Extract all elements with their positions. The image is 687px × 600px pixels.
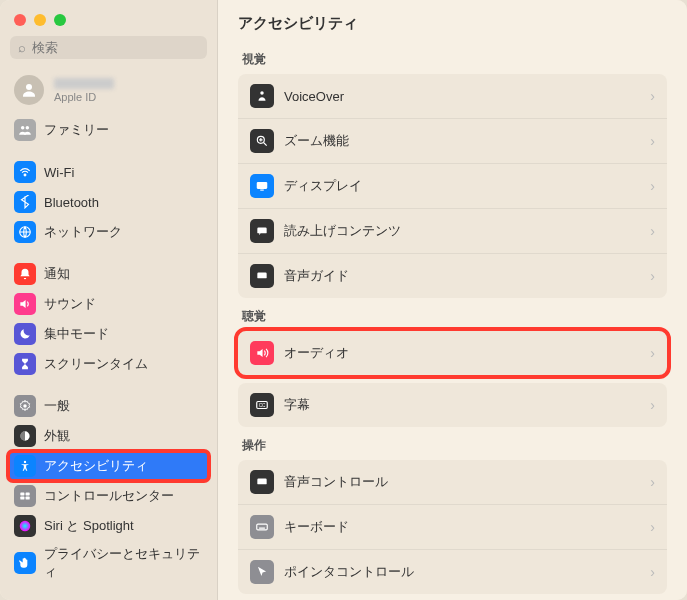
vo-icon [250, 84, 274, 108]
close-button[interactable] [14, 14, 26, 26]
svg-point-7 [24, 461, 26, 463]
account-sub: Apple ID [54, 91, 114, 103]
row-label: ズーム機能 [284, 132, 650, 150]
chevron-right-icon: › [650, 519, 655, 535]
section-label: 聴覚 [242, 308, 663, 325]
search-input[interactable] [32, 40, 199, 55]
settings-row-guide[interactable]: 音声ガイド› [238, 254, 667, 298]
sidebar-item-speaker[interactable]: サウンド [8, 289, 209, 319]
chevron-right-icon: › [650, 397, 655, 413]
svg-point-23 [259, 275, 261, 277]
row-label: 音声ガイド [284, 267, 650, 285]
chevron-right-icon: › [650, 223, 655, 239]
display-icon [250, 174, 274, 198]
sidebar-item-family[interactable]: ファミリー [8, 115, 209, 145]
svg-rect-22 [257, 273, 266, 279]
row-label: ポインタコントロール [284, 563, 650, 581]
maximize-button[interactable] [54, 14, 66, 26]
cc2-icon: CC [250, 393, 274, 417]
wifi-icon [14, 161, 36, 183]
chevron-right-icon: › [650, 474, 655, 490]
speech-icon [250, 219, 274, 243]
bt-icon [14, 191, 36, 213]
svg-rect-11 [26, 497, 30, 500]
settings-window: ⌕ Apple ID ファミリーWi-FiBluetoothネットワーク通知サウ… [0, 0, 687, 600]
sidebar-item-cc[interactable]: コントロールセンター [8, 481, 209, 511]
row-label: オーディオ [284, 344, 650, 362]
cc-icon [14, 485, 36, 507]
row-label: VoiceOver [284, 89, 650, 104]
account-row[interactable]: Apple ID [0, 69, 217, 115]
settings-row-audio[interactable]: オーディオ› [238, 331, 667, 375]
svg-point-17 [260, 91, 264, 95]
svg-rect-21 [257, 228, 266, 234]
search-icon: ⌕ [18, 40, 26, 55]
sidebar-item-hourglass[interactable]: スクリーンタイム [8, 349, 209, 379]
appearance-icon [14, 425, 36, 447]
sidebar-item-label: ネットワーク [44, 223, 122, 241]
settings-row-cc2[interactable]: CC字幕› [238, 383, 667, 427]
sidebar-item-hand[interactable]: プライバシーとセキュリティ [8, 541, 209, 585]
siri-icon [14, 515, 36, 537]
row-label: キーボード [284, 518, 650, 536]
section-label: 視覚 [242, 51, 663, 68]
settings-row-zoom[interactable]: ズーム機能› [238, 119, 667, 164]
sidebar-item-bt[interactable]: Bluetooth [8, 187, 209, 217]
sidebar-item-globe[interactable]: ネットワーク [8, 217, 209, 247]
hand-icon [14, 552, 36, 574]
access-icon [14, 455, 36, 477]
guide-icon [250, 264, 274, 288]
settings-row-display[interactable]: ディスプレイ› [238, 164, 667, 209]
window-controls [0, 0, 217, 36]
svg-rect-19 [257, 182, 268, 189]
page-title: アクセシビリティ [238, 14, 667, 33]
minimize-button[interactable] [34, 14, 46, 26]
sidebar-item-bell[interactable]: 通知 [8, 259, 209, 289]
gear-icon [14, 395, 36, 417]
row-label: 字幕 [284, 396, 650, 414]
settings-row-speech[interactable]: 読み上げコンテンツ› [238, 209, 667, 254]
sidebar-item-moon[interactable]: 集中モード [8, 319, 209, 349]
account-text: Apple ID [54, 78, 114, 103]
chevron-right-icon: › [650, 178, 655, 194]
row-label: 読み上げコンテンツ [284, 222, 650, 240]
chevron-right-icon: › [650, 345, 655, 361]
row-label: ディスプレイ [284, 177, 650, 195]
svg-point-3 [24, 174, 26, 176]
settings-row-pointer[interactable]: ポインタコントロール› [238, 550, 667, 594]
section-label: 操作 [242, 437, 663, 454]
svg-rect-20 [260, 190, 264, 191]
account-name [54, 78, 114, 89]
sidebar: ⌕ Apple ID ファミリーWi-FiBluetoothネットワーク通知サウ… [0, 0, 218, 600]
sidebar-item-access[interactable]: アクセシビリティ [8, 451, 209, 481]
settings-row-kbd[interactable]: キーボード› [238, 505, 667, 550]
sidebar-item-label: Wi-Fi [44, 165, 74, 180]
svg-point-0 [26, 84, 32, 90]
row-label: 音声コントロール [284, 473, 650, 491]
search-field[interactable]: ⌕ [10, 36, 207, 59]
sidebar-item-wifi[interactable]: Wi-Fi [8, 157, 209, 187]
moon-icon [14, 323, 36, 345]
bell-icon [14, 263, 36, 285]
sidebar-item-siri[interactable]: Siri と Spotlight [8, 511, 209, 541]
svg-text:CC: CC [259, 403, 266, 408]
sidebar-item-label: スクリーンタイム [44, 355, 148, 373]
family-icon [14, 119, 36, 141]
sidebar-item-label: Siri と Spotlight [44, 517, 134, 535]
sidebar-item-gear[interactable]: 一般 [8, 391, 209, 421]
svg-point-24 [263, 275, 265, 277]
settings-row-voice[interactable]: 音声コントロール› [238, 460, 667, 505]
svg-point-1 [21, 126, 25, 130]
sidebar-item-appearance[interactable]: 外観 [8, 421, 209, 451]
svg-point-12 [20, 521, 31, 532]
sidebar-item-label: 集中モード [44, 325, 109, 343]
sidebar-item-label: 一般 [44, 397, 70, 415]
voice-icon [250, 470, 274, 494]
kbd-icon [250, 515, 274, 539]
svg-rect-8 [20, 493, 24, 496]
avatar [14, 75, 44, 105]
chevron-right-icon: › [650, 268, 655, 284]
sidebar-item-label: コントロールセンター [44, 487, 174, 505]
settings-row-vo[interactable]: VoiceOver› [238, 74, 667, 119]
svg-point-5 [23, 404, 27, 408]
